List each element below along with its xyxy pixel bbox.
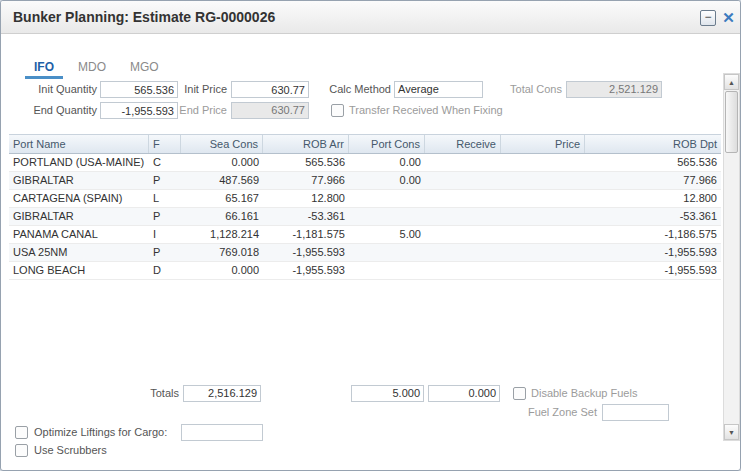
table-cell: 1,128.214	[181, 226, 263, 243]
bunker-planning-window: Bunker Planning: Estimate RG-0000026 − ✕…	[0, 0, 741, 471]
end-price-value: 630.77	[231, 102, 309, 119]
table-cell: GIBRALTAR	[9, 208, 149, 225]
column-header-receive[interactable]: Receive	[425, 135, 501, 153]
table-cell: 565.536	[585, 154, 721, 171]
tab-mgo[interactable]: MGO	[121, 58, 168, 79]
init-quantity-label: Init Quantity	[9, 81, 97, 98]
table-cell	[425, 262, 501, 279]
transfer-received-checkbox[interactable]	[331, 104, 344, 117]
close-button[interactable]: ✕	[719, 8, 738, 27]
end-quantity-input[interactable]	[100, 102, 178, 119]
scroll-down-button[interactable]: ▼	[724, 424, 739, 440]
table-cell: 77.966	[585, 172, 721, 189]
table-row[interactable]: LONG BEACHD0.000-1,955.593-1,955.593	[9, 262, 721, 280]
table-cell: P	[149, 172, 181, 189]
table-cell: 0.000	[181, 154, 263, 171]
scroll-down-icon: ▼	[728, 429, 735, 436]
init-price-input[interactable]	[231, 81, 309, 98]
scroll-up-icon: ▲	[728, 79, 735, 86]
table-cell: 66.161	[181, 208, 263, 225]
tab-ifo[interactable]: IFO	[25, 58, 63, 79]
table-cell	[501, 226, 585, 243]
table-cell: 565.536	[263, 154, 349, 171]
table-cell: 0.00	[349, 154, 425, 171]
disable-backup-fuels-checkbox[interactable]	[513, 387, 526, 400]
close-icon: ✕	[722, 9, 735, 26]
fuel-tabs: IFO MDO MGO	[25, 58, 168, 79]
table-cell: USA 25NM	[9, 244, 149, 261]
total-cons-label: Total Cons	[489, 81, 562, 98]
table-cell	[425, 208, 501, 225]
table-cell: 487.569	[181, 172, 263, 189]
tab-mdo[interactable]: MDO	[69, 58, 115, 79]
init-price-label: Init Price	[177, 81, 227, 98]
optimize-liftings-checkbox[interactable]	[15, 426, 28, 439]
table-cell	[501, 244, 585, 261]
titlebar: Bunker Planning: Estimate RG-0000026 − ✕	[1, 1, 740, 34]
table-cell: -1,955.593	[585, 262, 721, 279]
table-cell: PORTLAND (USA-MAINE)	[9, 154, 149, 171]
table-cell: -53.361	[263, 208, 349, 225]
column-header-price[interactable]: Price	[501, 135, 585, 153]
table-cell	[425, 190, 501, 207]
end-price-label: End Price	[177, 102, 227, 119]
table-cell	[349, 208, 425, 225]
table-cell: 5.00	[349, 226, 425, 243]
vertical-scrollbar[interactable]: ▲ ▼	[723, 73, 740, 441]
table-cell: D	[149, 262, 181, 279]
optimize-liftings-label: Optimize Liftings for Cargo:	[34, 425, 167, 440]
scroll-up-button[interactable]: ▲	[724, 74, 739, 90]
table-cell: -1,186.575	[585, 226, 721, 243]
table-row[interactable]: PORTLAND (USA-MAINE)C0.000565.5360.00565…	[9, 154, 721, 172]
fuel-zone-set-label: Fuel Zone Set	[519, 404, 597, 421]
totals-sea-cons: 2,516.129	[183, 385, 261, 402]
table-cell	[349, 190, 425, 207]
table-cell: -53.361	[585, 208, 721, 225]
table-row[interactable]: PANAMA CANALI1,128.214-1,181.5755.00-1,1…	[9, 226, 721, 244]
table-cell	[425, 226, 501, 243]
use-scrubbers-checkbox[interactable]	[15, 444, 28, 457]
window-title: Bunker Planning: Estimate RG-0000026	[13, 1, 275, 34]
calc-method-select[interactable]: Average	[394, 81, 483, 98]
table-cell	[349, 262, 425, 279]
table-cell	[501, 208, 585, 225]
table-cell: P	[149, 244, 181, 261]
table-cell	[501, 154, 585, 171]
column-header-port-name[interactable]: Port Name	[9, 135, 149, 153]
column-header-f[interactable]: F	[149, 135, 181, 153]
table-cell: C	[149, 154, 181, 171]
init-quantity-input[interactable]	[100, 81, 178, 98]
table-cell: I	[149, 226, 181, 243]
table-row[interactable]: GIBRALTARP66.161-53.361-53.361	[9, 208, 721, 226]
table-cell: 0.000	[181, 262, 263, 279]
scrollbar-thumb[interactable]	[725, 91, 738, 153]
table-row[interactable]: GIBRALTARP487.56977.9660.0077.966	[9, 172, 721, 190]
end-quantity-label: End Quantity	[9, 102, 97, 119]
table-cell: 0.00	[349, 172, 425, 189]
table-cell	[501, 262, 585, 279]
column-header-sea-cons[interactable]: Sea Cons	[181, 135, 263, 153]
table-cell: 769.018	[181, 244, 263, 261]
table-cell	[425, 244, 501, 261]
table-row[interactable]: CARTAGENA (SPAIN)L65.16712.80012.800	[9, 190, 721, 208]
use-scrubbers-label: Use Scrubbers	[34, 443, 107, 458]
fuel-zone-set-input[interactable]	[602, 404, 669, 421]
table-cell	[425, 172, 501, 189]
minimize-button[interactable]: −	[700, 10, 716, 26]
table-cell	[501, 190, 585, 207]
table-cell: -1,955.593	[263, 262, 349, 279]
column-header-rob-dpt[interactable]: ROB Dpt	[585, 135, 721, 153]
table-cell: LONG BEACH	[9, 262, 149, 279]
table-cell: 77.966	[263, 172, 349, 189]
calc-method-label: Calc Method	[313, 81, 391, 98]
table-cell: PANAMA CANAL	[9, 226, 149, 243]
table-cell: L	[149, 190, 181, 207]
column-header-rob-arr[interactable]: ROB Arr	[263, 135, 349, 153]
table-row[interactable]: USA 25NMP769.018-1,955.593-1,955.593	[9, 244, 721, 262]
bunker-table-body: PORTLAND (USA-MAINE)C0.000565.5360.00565…	[9, 154, 721, 280]
column-header-port-cons[interactable]: Port Cons	[349, 135, 425, 153]
totals-receive: 0.000	[428, 385, 500, 402]
table-cell: 65.167	[181, 190, 263, 207]
optimize-liftings-input[interactable]	[181, 424, 263, 441]
table-cell	[501, 172, 585, 189]
